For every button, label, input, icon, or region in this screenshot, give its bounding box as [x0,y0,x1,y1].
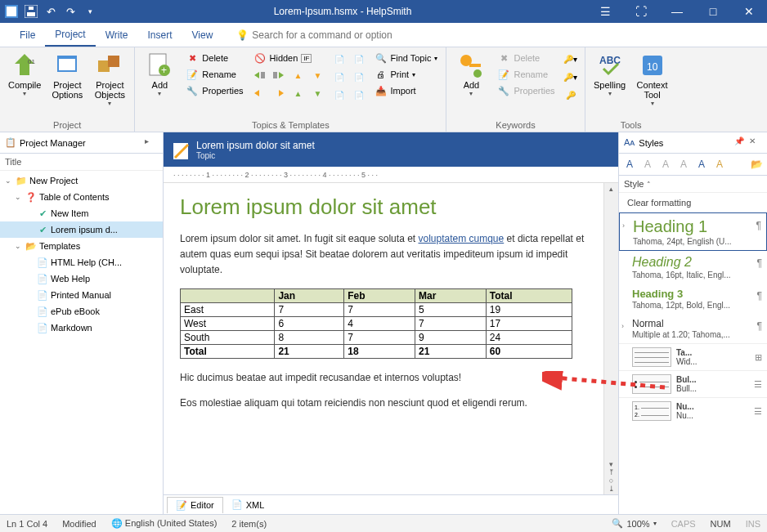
tree-lorem[interactable]: ✔Lorem ipsum d... [0,221,163,238]
status-language[interactable]: 🌐 English (United States) [111,518,218,529]
menu-insert[interactable]: Insert [137,25,182,46]
project-objects-button[interactable]: Project Objects▾ [90,51,129,118]
tree-epub[interactable]: 📄ePub eBook [0,303,163,320]
panel-tool-icon[interactable]: ▸ [145,136,158,150]
move-up-yellow-icon[interactable]: ▲ [289,67,307,83]
clear-formatting[interactable]: Clear formatting [619,193,767,212]
add-topic-button[interactable]: + Add▾ [140,51,179,118]
tree-toc[interactable]: ⌄❓Table of Contents [0,189,163,205]
tree-markdown[interactable]: 📄Markdown [0,320,163,336]
kw-tool3-icon: 🔑 [562,87,580,103]
close-icon[interactable]: ✕ [731,0,767,23]
redo-icon[interactable]: ↷ [62,3,78,20]
style-heading-1[interactable]: ›Heading 1Tahoma, 24pt, English (U...¶ [619,212,767,251]
scroll-bottom-icon[interactable]: ⤓ [608,485,615,493]
styles-subhead[interactable]: Style ˄ [619,176,767,193]
move-down-yellow-icon[interactable]: ▼ [309,67,327,83]
scroll-down-icon[interactable]: ▾ [609,460,613,468]
tree-webhelp[interactable]: 📄Web Help [0,270,163,287]
styles-pin-icon[interactable]: 📌 [734,136,747,150]
kw-tool2-icon[interactable]: 🔑▾ [562,69,580,85]
style-heading-3[interactable]: Heading 3Tahoma, 12pt, Bold, Engl...¶ [619,284,767,314]
tree-indent-left-icon[interactable] [250,85,268,101]
doc-link[interactable]: voluptatem cumque [418,233,504,244]
style-heading-2[interactable]: Heading 2Tahoma, 16pt, Italic, Engl...¶ [619,251,767,284]
import-button[interactable]: 📥Import [371,83,442,98]
project-options-button[interactable]: Project Options [47,51,87,118]
editor-tab-xml[interactable]: 📄XML [223,497,273,512]
move-up-green-icon[interactable]: ▲ [289,85,307,101]
group-topics-label: Topics & Templates [140,118,441,130]
menu-write[interactable]: Write [96,25,138,46]
context-tool-button[interactable]: 10 Context Tool▾ [633,51,672,118]
print-button[interactable]: 🖨Print ▾ [371,67,442,82]
editor-tab-editor[interactable]: 📝Editor [167,497,223,513]
doc2-icon[interactable]: 📄 [330,69,348,85]
minimize-icon[interactable]: — [659,0,695,23]
hidden-button[interactable]: 🚫Hidden IF [250,51,327,65]
vertical-scrollbar[interactable]: ▴ ▾ ⤒ ○ ⤓ [603,183,618,494]
indent-right-icon[interactable] [270,67,288,83]
tree-templates[interactable]: ⌄📂Templates [0,238,163,254]
style-tool-1-icon[interactable]: A [621,156,638,172]
undo-icon[interactable]: ↶ [43,3,59,20]
doc1-icon[interactable]: 📄 [330,51,348,67]
spelling-button[interactable]: ABC Spelling▾ [590,51,630,118]
kw-rename-button: 📝Rename [494,67,558,82]
tree-root[interactable]: ⌄📁New Project [0,172,163,189]
add-keyword-button[interactable]: Add▾ [451,51,491,118]
style-tool-folder-icon[interactable]: 📂 [748,156,765,172]
doc3-icon[interactable]: 📄 [330,87,348,103]
window-restore-icon[interactable]: ⛶ [623,0,659,23]
compile-button[interactable]: 01 Compile▾ [5,51,44,118]
rename-button[interactable]: 📝Rename [182,67,246,82]
project-tree[interactable]: ⌄📁New Project ⌄❓Table of Contents ✔New I… [0,171,163,514]
move-down-green-icon[interactable]: ▼ [309,85,327,101]
import-icon: 📥 [375,84,388,97]
doc4-icon[interactable]: 📄 [350,87,368,103]
spelling-icon: ABC [597,52,623,78]
style-tool-6-icon[interactable]: A [711,156,728,172]
properties-button[interactable]: 🔧Properties [182,83,246,98]
scroll-up-icon[interactable]: ▴ [609,185,613,193]
style-table[interactable]: Ta...Wid... ⊞ [619,343,767,370]
delete-button[interactable]: ✖Delete [182,51,246,65]
doc-check-icon[interactable]: 📄 [350,51,368,67]
window-options-icon[interactable]: ☰ [587,0,623,23]
menu-file[interactable]: File [10,25,45,46]
menu-view[interactable]: View [182,25,223,46]
app-icon [3,3,20,20]
document-body[interactable]: Lorem ipsum dolor sit amet Lorem ipsum d… [164,183,603,494]
style-bullet[interactable]: Bul...Bull... ☰ [619,370,767,397]
doc-plus-icon[interactable]: 📄 [350,69,368,85]
style-normal[interactable]: ›NormalMultiple at 1.20; Tahoma,...¶ [619,314,767,343]
kw-tool1-icon[interactable]: 🔑▾ [562,51,580,67]
style-tool-5-icon[interactable]: A [693,156,710,172]
style-numbered[interactable]: 1.2. Nu...Nu... ☰ [619,397,767,424]
find-topic-button[interactable]: 🔍Find Topic ▾ [371,51,442,65]
tree-manual[interactable]: 📄Printed Manual [0,287,163,303]
save-icon[interactable] [23,3,39,20]
kw-delete-icon: ✖ [497,51,510,65]
window-title: Lorem-Ipsum.hsmx - HelpSmith [98,6,587,17]
doc-header: Lorem ipsum dolor sit amet Topic [164,132,618,167]
search-input[interactable] [252,29,415,41]
zoom-control[interactable]: 🔍100% ▾ [612,518,656,529]
project-manager-panel: 📋 Project Manager ▸ Title ⌄📁New Project … [0,132,164,514]
context-tool-icon: 10 [639,52,666,78]
maximize-icon[interactable]: □ [695,0,731,23]
tree-new-item[interactable]: ✔New Item [0,205,163,221]
bulb-icon: 💡 [236,29,249,41]
qat-dropdown-icon[interactable]: ▾ [82,3,98,20]
indent-left-icon[interactable] [250,67,268,83]
doc-table[interactable]: JanFebMarTotal East77519West64717South87… [180,288,572,359]
scroll-top-icon[interactable]: ⤒ [608,468,615,476]
ruler[interactable]: · · · · · · · · 1 · · · · · · · · 2 · · … [164,167,618,183]
menu-project[interactable]: Project [45,24,95,47]
tree-htmlhelp[interactable]: 📄HTML Help (CH... [0,254,163,270]
command-search[interactable]: 💡 [229,26,423,44]
tree-indent-right-icon[interactable] [270,85,288,101]
styles-close-icon[interactable]: ✕ [749,136,762,150]
table-row: South87924 [181,330,572,344]
scroll-dot-icon[interactable]: ○ [609,476,613,485]
